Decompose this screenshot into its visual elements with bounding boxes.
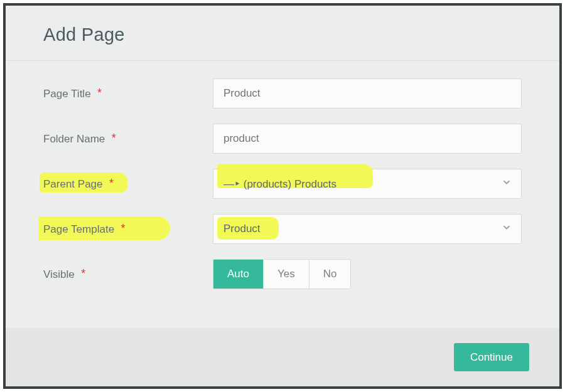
label-parent-page: Parent Page bbox=[43, 178, 103, 190]
row-page-title: Page Title * bbox=[43, 78, 522, 109]
control-col: —‣ (products) Products bbox=[213, 169, 522, 199]
add-page-modal: Add Page Page Title * Folder Name * bbox=[3, 3, 562, 389]
row-parent-page: Parent Page * —‣ (products) Products bbox=[43, 169, 522, 199]
label-col: Page Title * bbox=[43, 87, 213, 100]
parent-page-select[interactable]: —‣ (products) Products bbox=[213, 169, 522, 199]
chevron-down-icon bbox=[501, 177, 512, 191]
label-visible: Visible bbox=[43, 268, 75, 280]
form: Page Title * Folder Name * Parent Page * bbox=[6, 61, 559, 328]
modal-footer: Continue bbox=[6, 328, 559, 386]
label-col: Page Template * bbox=[43, 223, 213, 236]
required-mark: * bbox=[121, 222, 126, 235]
label-folder-name: Folder Name bbox=[43, 133, 105, 145]
visible-option-auto[interactable]: Auto bbox=[213, 260, 264, 289]
control-col bbox=[213, 124, 522, 154]
chevron-down-icon bbox=[501, 222, 512, 236]
label-page-title: Page Title bbox=[43, 88, 91, 100]
label-col: Parent Page * bbox=[43, 177, 213, 191]
page-template-select[interactable]: Product bbox=[213, 214, 522, 244]
continue-button[interactable]: Continue bbox=[454, 343, 529, 371]
label-page-template: Page Template bbox=[43, 223, 114, 235]
required-mark: * bbox=[112, 132, 116, 144]
required-mark: * bbox=[97, 87, 102, 99]
required-mark: * bbox=[81, 267, 85, 280]
parent-page-value: —‣ (products) Products bbox=[223, 177, 336, 191]
required-mark: * bbox=[109, 177, 114, 189]
control-col bbox=[213, 78, 522, 109]
row-visible: Visible * Auto Yes No bbox=[43, 259, 522, 289]
visible-option-yes[interactable]: Yes bbox=[264, 260, 309, 289]
label-col: Visible * bbox=[43, 268, 213, 281]
page-title: Add Page bbox=[43, 24, 522, 45]
page-template-value: Product bbox=[223, 223, 261, 235]
visible-toggle-group: Auto Yes No bbox=[213, 259, 351, 289]
control-col: Auto Yes No bbox=[213, 259, 522, 289]
label-col: Folder Name * bbox=[43, 132, 213, 146]
visible-option-no[interactable]: No bbox=[309, 260, 351, 289]
control-col: Product bbox=[213, 214, 522, 244]
folder-name-input[interactable] bbox=[213, 124, 522, 154]
modal-header: Add Page bbox=[6, 6, 559, 60]
row-page-template: Page Template * Product bbox=[43, 214, 522, 244]
page-title-input[interactable] bbox=[213, 78, 522, 109]
row-folder-name: Folder Name * bbox=[43, 124, 522, 154]
